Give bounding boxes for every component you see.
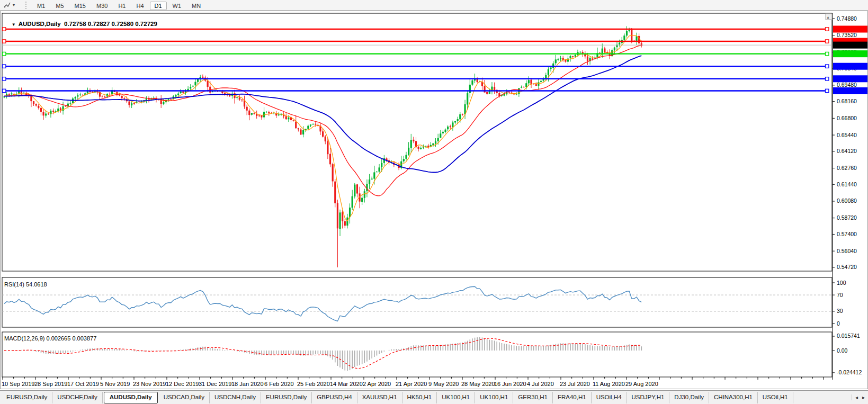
chart-tab-dj30-daily[interactable]: DJ30,Daily xyxy=(669,392,709,403)
level-right-marker[interactable] xyxy=(826,89,829,92)
symbol-dropdown-caret-icon[interactable]: ▼ xyxy=(12,22,16,27)
level-left-marker[interactable] xyxy=(3,77,6,80)
svg-text:6 Feb 2020: 6 Feb 2020 xyxy=(264,381,294,387)
timeframe-button-d1[interactable]: D1 xyxy=(150,2,167,10)
svg-text:0: 0 xyxy=(837,320,840,327)
level-right-marker[interactable] xyxy=(826,40,829,43)
level-left-marker[interactable] xyxy=(3,52,6,55)
chart-tab-usoil-h4[interactable]: USOil,H4 xyxy=(592,392,627,403)
chart-tab-usdcad-daily[interactable]: USDCAD,Daily xyxy=(159,392,210,403)
chart-tab-eurusd-daily[interactable]: EURUSD,Daily xyxy=(261,392,312,403)
svg-text:0.68160: 0.68160 xyxy=(837,98,857,104)
level-right-marker[interactable] xyxy=(826,65,829,68)
timeframe-button-group: M1M5M15M30H1H4D1W1MN xyxy=(32,1,206,10)
tab-scroll-arrows: ◂ ▸ xyxy=(852,394,868,400)
tab-scroll-left-icon[interactable]: ◂ xyxy=(855,394,858,400)
dropdown-caret-icon[interactable]: ▾ xyxy=(13,3,15,7)
svg-text:0.54720: 0.54720 xyxy=(837,264,857,270)
svg-text:25 Feb 2020: 25 Feb 2020 xyxy=(297,381,330,387)
chart-tab-usoil-h1[interactable]: USOil,H1 xyxy=(758,392,793,403)
level-right-marker[interactable] xyxy=(826,77,829,80)
chart-tab-hk50-h1[interactable]: HK50,H1 xyxy=(402,392,437,403)
svg-text:0.73520: 0.73520 xyxy=(837,32,857,38)
svg-text:100: 100 xyxy=(837,280,846,286)
timeframe-button-mn[interactable]: MN xyxy=(187,2,205,10)
chart-tool-icon xyxy=(3,2,11,9)
chart-tab-uk100-h1[interactable]: UK100,H1 xyxy=(475,392,513,403)
chart-title: ▼AUDUSD,Daily 0.72758 0.72827 0.72580 0.… xyxy=(5,14,157,33)
chart-tab-china300-h1[interactable]: CHINA300,H1 xyxy=(709,392,758,403)
timeframe-button-m5[interactable]: M5 xyxy=(51,2,68,10)
svg-text:-0.024412: -0.024412 xyxy=(837,369,862,375)
symbol-period-label: AUDUSD,Daily xyxy=(19,21,61,27)
svg-text:0.60080: 0.60080 xyxy=(837,197,857,204)
svg-text:0.57400: 0.57400 xyxy=(837,231,857,237)
timeframe-button-m1[interactable]: M1 xyxy=(32,2,50,10)
svg-text:18 Jan 2020: 18 Jan 2020 xyxy=(231,381,264,387)
chart-tool-button[interactable]: ▾ xyxy=(0,2,18,9)
svg-text:28 Sep 2019: 28 Sep 2019 xyxy=(34,381,67,387)
chart-tab-usdchf-daily[interactable]: USDCHF,Daily xyxy=(52,392,102,403)
scroll-up-icon: ▴ xyxy=(827,15,829,20)
chart-tabs: EURUSD,DailyUSDCHF,DailyAUDUSD,DailyUSDC… xyxy=(2,392,793,403)
macd-indicator-label: MACD(12,26,9) 0.002665 0.003877 xyxy=(4,335,96,342)
svg-text:10 Sep 2019: 10 Sep 2019 xyxy=(2,381,34,387)
toolbar-grip xyxy=(25,2,26,9)
level-price-label xyxy=(833,26,867,33)
svg-text:23 Jul 2020: 23 Jul 2020 xyxy=(560,381,590,387)
chart-tabs-bar: EURUSD,DailyUSDCHF,DailyAUDUSD,DailyUSDC… xyxy=(0,390,868,404)
svg-text:0.74880: 0.74880 xyxy=(837,15,857,22)
timeframe-button-w1[interactable]: W1 xyxy=(168,2,186,10)
rsi-indicator-label: RSI(14) 54.0618 xyxy=(4,281,47,288)
svg-text:0.00: 0.00 xyxy=(837,347,848,354)
level-left-marker[interactable] xyxy=(3,65,6,68)
level-left-marker[interactable] xyxy=(3,89,6,92)
svg-text:16 Jun 2020: 16 Jun 2020 xyxy=(494,381,526,387)
chart-tab-usdcnh-daily[interactable]: USDCNH,Daily xyxy=(210,392,261,403)
svg-text:70: 70 xyxy=(837,292,843,298)
ohlc-values: 0.72758 0.72827 0.72580 0.72729 xyxy=(64,21,157,27)
chart-window: 0.748800.735200.721600.708400.694800.681… xyxy=(0,11,868,390)
svg-text:2 Apr 2020: 2 Apr 2020 xyxy=(363,381,391,387)
svg-text:30: 30 xyxy=(837,308,843,314)
level-price-label xyxy=(833,87,867,94)
chart-tab-xauusd-h1[interactable]: XAUUSD,H1 xyxy=(357,392,402,403)
svg-text:5 Nov 2019: 5 Nov 2019 xyxy=(100,381,130,387)
svg-text:12 Dec 2019: 12 Dec 2019 xyxy=(166,381,199,387)
svg-text:21 Apr 2020: 21 Apr 2020 xyxy=(396,381,427,387)
chart-tab-uk100-h1[interactable]: UK100,H1 xyxy=(437,392,475,403)
chart-tab-gbpusd-h4[interactable]: GBPUSD,H4 xyxy=(312,392,357,403)
tab-scroll-right-icon[interactable]: ▸ xyxy=(862,394,865,400)
svg-text:0.58720: 0.58720 xyxy=(837,214,857,221)
svg-text:31 Dec 2019: 31 Dec 2019 xyxy=(199,381,231,387)
svg-text:9 May 2020: 9 May 2020 xyxy=(428,381,459,387)
timeframe-button-h4[interactable]: H4 xyxy=(131,2,148,10)
svg-text:0.61440: 0.61440 xyxy=(837,181,857,187)
svg-text:4 Jul 2020: 4 Jul 2020 xyxy=(527,381,554,387)
chart-tab-audusd-daily[interactable]: AUDUSD,Daily xyxy=(104,392,158,403)
chart-tab-ger30-h1[interactable]: GER30,H1 xyxy=(513,392,553,403)
current-price-label xyxy=(833,42,867,49)
timeframe-button-m30[interactable]: M30 xyxy=(92,2,112,10)
chart-tab-eurusd-daily[interactable]: EURUSD,Daily xyxy=(2,392,52,403)
timeframe-button-h1[interactable]: H1 xyxy=(113,2,130,10)
svg-text:0.64120: 0.64120 xyxy=(837,148,857,154)
level-price-label xyxy=(833,63,867,70)
svg-text:0.56040: 0.56040 xyxy=(837,248,857,254)
svg-text:0.65440: 0.65440 xyxy=(837,132,857,138)
svg-text:29 Aug 2020: 29 Aug 2020 xyxy=(625,381,658,387)
level-right-marker[interactable] xyxy=(826,28,829,31)
top-toolbar: ▾ M1M5M15M30H1H4D1W1MN xyxy=(0,0,868,11)
macd-panel xyxy=(2,332,832,377)
price-chart: 0.748800.735200.721600.708400.694800.681… xyxy=(0,11,868,390)
level-price-label xyxy=(833,75,867,82)
rsi-panel xyxy=(2,277,832,327)
svg-text:28 May 2020: 28 May 2020 xyxy=(461,381,495,387)
level-right-marker[interactable] xyxy=(826,52,829,55)
timeframe-button-m15[interactable]: M15 xyxy=(70,2,91,10)
svg-text:0.66800: 0.66800 xyxy=(837,115,857,121)
chart-tab-fra40-h1[interactable]: FRA40,H1 xyxy=(553,392,592,403)
level-left-marker[interactable] xyxy=(3,40,6,43)
svg-text:17 Oct 2019: 17 Oct 2019 xyxy=(67,381,99,387)
chart-tab-usdjpy-h1[interactable]: USDJPY,H1 xyxy=(627,392,670,403)
